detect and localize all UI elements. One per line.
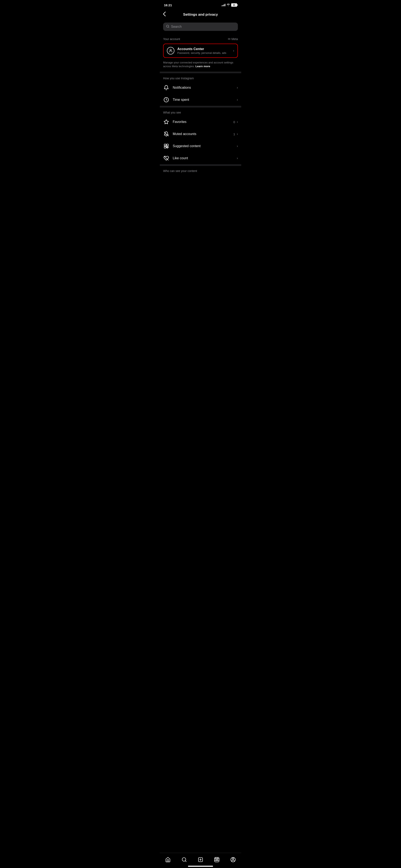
signal-icon xyxy=(222,4,225,6)
suggested-content-label: Suggested content xyxy=(173,144,200,148)
muted-accounts-chevron: › xyxy=(237,132,238,136)
like-count-right: › xyxy=(237,156,238,160)
divider-2 xyxy=(160,106,241,107)
svg-marker-4 xyxy=(164,120,169,124)
accounts-center-description: Manage your connected experiences and ac… xyxy=(160,59,241,71)
how-you-use-section-header: How you use Instagram xyxy=(160,73,241,82)
status-time: 16:21 xyxy=(164,3,172,7)
accounts-center-subtitle: Password, security, personal details, ad… xyxy=(177,51,226,55)
status-bar: 16:21 21 xyxy=(160,0,241,9)
back-button[interactable] xyxy=(163,11,167,19)
muted-accounts-label: Muted accounts xyxy=(173,132,196,136)
divider-1 xyxy=(160,71,241,73)
suggested-content-chevron: › xyxy=(237,144,238,148)
notifications-label: Notifications xyxy=(173,86,191,90)
notifications-chevron: › xyxy=(237,86,238,90)
accounts-center-chevron: › xyxy=(233,49,234,53)
search-bar[interactable]: Search xyxy=(163,23,238,31)
accounts-center-title: Accounts Center xyxy=(177,47,226,51)
svg-line-1 xyxy=(168,27,169,28)
favorites-label: Favorites xyxy=(173,120,187,124)
who-can-see-section-header: Who can see your content xyxy=(160,166,241,174)
accounts-center-card[interactable]: Accounts Center Password, security, pers… xyxy=(163,43,238,58)
time-spent-label: Time spent xyxy=(173,98,189,102)
your-account-label: Your account xyxy=(163,37,180,41)
svg-point-2 xyxy=(170,49,171,51)
meta-icon: ∞ xyxy=(228,37,231,41)
favorites-right: 0 › xyxy=(233,120,238,124)
time-spent-item[interactable]: Time spent › xyxy=(160,94,241,106)
suggested-content-item[interactable]: Suggested content › xyxy=(160,140,241,152)
header: Settings and privacy xyxy=(160,9,241,21)
muted-bell-icon xyxy=(163,131,169,137)
search-container: Search xyxy=(160,21,241,34)
muted-accounts-right: 1 › xyxy=(233,132,238,136)
favorites-chevron: › xyxy=(237,120,238,124)
like-count-item[interactable]: Like count › xyxy=(160,152,241,164)
favorites-content: Favorites 0 › xyxy=(173,120,238,124)
notifications-content: Notifications › xyxy=(173,86,238,90)
like-count-icon xyxy=(163,155,169,161)
notifications-right: › xyxy=(237,86,238,90)
divider-3 xyxy=(160,164,241,166)
svg-rect-6 xyxy=(164,144,166,146)
learn-more-link[interactable]: Learn more xyxy=(196,65,210,68)
svg-rect-7 xyxy=(167,144,168,146)
like-count-content: Like count › xyxy=(173,156,238,160)
what-you-see-section-header: What you see xyxy=(160,107,241,116)
your-account-section: Your account ∞ Meta xyxy=(160,34,241,43)
status-icons: 21 xyxy=(222,3,237,7)
like-count-chevron: › xyxy=(237,156,238,160)
clock-icon xyxy=(163,97,169,103)
battery-icon: 21 xyxy=(231,3,237,7)
like-count-label: Like count xyxy=(173,156,188,160)
accounts-center-text: Accounts Center Password, security, pers… xyxy=(177,47,226,55)
muted-accounts-value: 1 xyxy=(233,132,235,136)
search-icon xyxy=(166,25,169,29)
time-spent-chevron: › xyxy=(237,98,238,102)
svg-rect-9 xyxy=(164,146,166,148)
muted-accounts-item[interactable]: Muted accounts 1 › xyxy=(160,128,241,140)
meta-label: Meta xyxy=(231,37,238,41)
suggested-content-icon xyxy=(163,143,169,149)
notifications-item[interactable]: Notifications › xyxy=(160,82,241,94)
muted-accounts-content: Muted accounts 1 › xyxy=(173,132,238,136)
meta-logo: ∞ Meta xyxy=(228,37,238,41)
bell-icon xyxy=(163,85,169,91)
favorites-item[interactable]: Favorites 0 › xyxy=(160,116,241,128)
suggested-content-right: › xyxy=(237,144,238,148)
time-spent-content: Time spent › xyxy=(173,98,238,102)
page-title: Settings and privacy xyxy=(183,12,218,17)
wifi-icon xyxy=(227,3,230,7)
search-placeholder: Search xyxy=(171,25,182,29)
time-spent-right: › xyxy=(237,98,238,102)
star-icon xyxy=(163,119,169,125)
accounts-center-icon xyxy=(167,47,174,55)
accounts-center-left: Accounts Center Password, security, pers… xyxy=(167,47,226,55)
favorites-value: 0 xyxy=(233,120,235,124)
suggested-content-content: Suggested content › xyxy=(173,144,238,148)
